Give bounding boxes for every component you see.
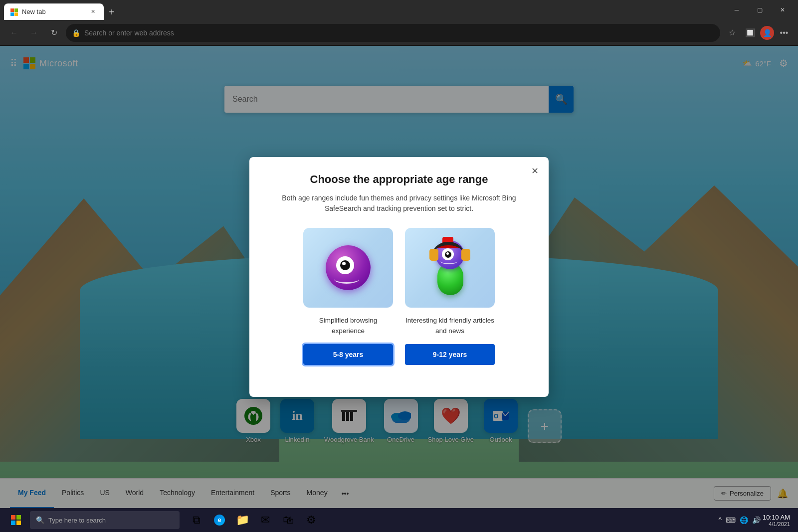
age-button-58[interactable]: 5-8 years	[303, 344, 393, 365]
modal-options: Simplified browsing experience 5-8 years	[269, 228, 529, 365]
tab-title: New tab	[22, 8, 84, 15]
address-bar: ← → ↻ 🔒 ☆ 🔲 👤 •••	[0, 20, 798, 46]
taskbar-app-store[interactable]: 🛍	[277, 509, 299, 531]
settings-button[interactable]: •••	[776, 25, 792, 41]
address-bar-input-wrap[interactable]: 🔒	[66, 24, 720, 42]
favorites-button[interactable]: ☆	[724, 25, 740, 41]
clock-date: 4/1/2021	[763, 521, 790, 527]
system-icons: ^ ⌨ 🌐 🔊	[718, 516, 761, 524]
lock-icon: 🔒	[72, 29, 80, 37]
close-button[interactable]: ✕	[771, 0, 794, 20]
keyboard-icon[interactable]: ⌨	[726, 516, 736, 524]
mail-icon: ✉	[261, 514, 270, 527]
svg-rect-1	[14, 8, 18, 12]
clock-time: 10:10 AM	[763, 514, 790, 521]
age-card-inner-912	[405, 228, 495, 308]
modal-overlay: ✕ Choose the appropriate age range Both …	[0, 46, 798, 508]
clock-area[interactable]: 10:10 AM 4/1/2021	[763, 514, 790, 527]
taskbar-app-explorer[interactable]: 📁	[231, 509, 253, 531]
taskbar-search[interactable]: 🔍 Type here to search	[30, 511, 180, 529]
minimize-button[interactable]: ─	[725, 0, 748, 20]
edge-logo: e	[214, 515, 225, 526]
taskview-icon: ⧉	[193, 514, 200, 527]
svg-rect-0	[10, 8, 14, 12]
chevron-up-icon[interactable]: ^	[718, 516, 722, 524]
profile-avatar[interactable]: 👤	[760, 26, 774, 40]
taskbar-app-taskview[interactable]: ⧉	[186, 509, 207, 531]
svg-rect-17	[11, 515, 15, 520]
modal-subtitle: Both age ranges include fun themes and p…	[269, 193, 529, 214]
svg-rect-2	[10, 12, 14, 16]
modal-title: Choose the appropriate age range	[269, 173, 529, 186]
svg-rect-19	[11, 521, 15, 525]
taskbar-app-mail[interactable]: ✉	[254, 509, 276, 531]
taskbar: 🔍 Type here to search ⧉ e 📁 ✉ 🛍 ⚙	[0, 508, 798, 532]
start-button[interactable]	[4, 508, 28, 532]
page-content: ⠿ Microsoft ⛅ 62°F ⚙	[0, 46, 798, 508]
browser-frame: New tab ✕ + ─ ▢ ✕ ← → ↻ 🔒 ☆ 🔲 👤 •••	[0, 0, 798, 532]
age-range-modal: ✕ Choose the appropriate age range Both …	[249, 157, 549, 397]
back-button[interactable]: ←	[6, 25, 22, 41]
svg-rect-3	[14, 12, 18, 16]
age-desc-58: Simplified browsing experience	[303, 316, 393, 336]
refresh-button[interactable]: ↻	[46, 25, 62, 41]
taskbar-search-icon: 🔍	[36, 516, 44, 524]
age-desc-912: Interesting kid friendly articles and ne…	[405, 316, 495, 336]
svg-rect-20	[16, 521, 21, 525]
toolbar-icons: ☆ 🔲 👤 •••	[724, 25, 792, 41]
modal-close-button[interactable]: ✕	[528, 164, 542, 178]
volume-icon[interactable]: 🔊	[752, 516, 761, 524]
title-bar: New tab ✕ + ─ ▢ ✕	[0, 0, 798, 20]
age-option-912: Interesting kid friendly articles and ne…	[405, 228, 495, 365]
network-icon[interactable]: 🌐	[740, 516, 748, 524]
taskbar-app-settings[interactable]: ⚙	[300, 509, 322, 531]
store-icon: 🛍	[283, 514, 294, 527]
tab-favicon	[10, 8, 18, 16]
age-button-912[interactable]: 9-12 years	[405, 344, 495, 365]
age-card-912[interactable]	[405, 228, 495, 308]
tab-close-button[interactable]: ✕	[88, 7, 98, 17]
settings-taskbar-icon: ⚙	[306, 514, 316, 527]
svg-rect-18	[16, 515, 21, 520]
taskbar-search-text: Type here to search	[48, 517, 106, 524]
age-card-inner-58	[303, 228, 393, 308]
new-tab-button[interactable]: +	[104, 4, 120, 20]
forward-button[interactable]: →	[26, 25, 42, 41]
collections-button[interactable]: 🔲	[742, 25, 758, 41]
taskbar-app-edge[interactable]: e	[208, 509, 230, 531]
taskbar-apps: ⧉ e 📁 ✉ 🛍 ⚙	[186, 509, 322, 531]
age-card-58[interactable]	[303, 228, 393, 308]
age-option-58: Simplified browsing experience 5-8 years	[303, 228, 393, 365]
explorer-icon: 📁	[236, 514, 249, 527]
tab-strip: New tab ✕ +	[4, 0, 725, 20]
taskbar-right: ^ ⌨ 🌐 🔊 10:10 AM 4/1/2021	[718, 514, 794, 527]
active-tab[interactable]: New tab ✕	[4, 3, 104, 20]
maximize-button[interactable]: ▢	[748, 0, 771, 20]
address-input[interactable]	[84, 29, 714, 37]
window-controls: ─ ▢ ✕	[725, 0, 794, 20]
